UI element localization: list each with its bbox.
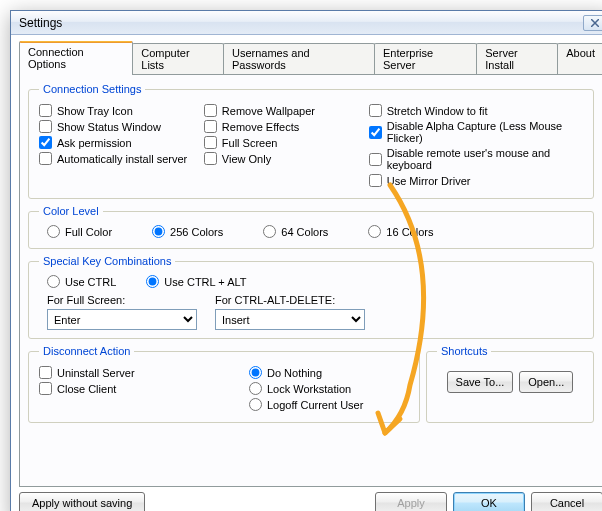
color-level-legend: Color Level <box>39 205 103 217</box>
window-title: Settings <box>19 16 583 30</box>
auto-install-server-checkbox[interactable]: Automatically install server <box>39 152 204 165</box>
settings-window: Settings Connection Options Computer Lis… <box>10 10 602 511</box>
close-icon <box>591 19 599 27</box>
titlebar: Settings <box>11 11 602 35</box>
remove-wallpaper-checkbox[interactable]: Remove Wallpaper <box>204 104 369 117</box>
open-button[interactable]: Open... <box>519 371 573 393</box>
64-colors-radio[interactable]: 64 Colors <box>263 225 328 238</box>
view-only-checkbox[interactable]: View Only <box>204 152 369 165</box>
special-keys-group: Special Key Combinations Use CTRL Use CT… <box>28 255 594 339</box>
shortcuts-legend: Shortcuts <box>437 345 491 357</box>
stretch-window-checkbox[interactable]: Stretch Window to fit <box>369 104 583 117</box>
256-colors-radio[interactable]: 256 Colors <box>152 225 223 238</box>
tab-strip: Connection Options Computer Lists Userna… <box>19 43 602 75</box>
apply-without-saving-button[interactable]: Apply without saving <box>19 492 145 511</box>
remove-effects-checkbox[interactable]: Remove Effects <box>204 120 369 133</box>
use-mirror-driver-checkbox[interactable]: Use Mirror Driver <box>369 174 583 187</box>
ctrl-alt-del-key-label: For CTRL-ALT-DELETE: <box>215 294 365 306</box>
close-button[interactable] <box>583 15 602 31</box>
apply-button[interactable]: Apply <box>375 492 447 511</box>
cancel-button[interactable]: Cancel <box>531 492 602 511</box>
tab-connection-options[interactable]: Connection Options <box>19 41 133 74</box>
tab-panel: Connection Settings Show Tray Icon Show … <box>19 75 602 487</box>
connection-settings-group: Connection Settings Show Tray Icon Show … <box>28 83 594 199</box>
window-content: Connection Options Computer Lists Userna… <box>11 35 602 511</box>
uninstall-server-checkbox[interactable]: Uninstall Server <box>39 366 249 379</box>
disconnect-action-legend: Disconnect Action <box>39 345 134 357</box>
tab-enterprise-server[interactable]: Enterprise Server <box>374 43 477 74</box>
connection-settings-legend: Connection Settings <box>39 83 145 95</box>
save-to-button[interactable]: Save To... <box>447 371 514 393</box>
16-colors-radio[interactable]: 16 Colors <box>368 225 433 238</box>
dialog-footer: Apply without saving Apply OK Cancel <box>19 492 602 511</box>
lock-workstation-radio[interactable]: Lock Workstation <box>249 382 409 395</box>
full-color-radio[interactable]: Full Color <box>47 225 112 238</box>
do-nothing-radio[interactable]: Do Nothing <box>249 366 409 379</box>
ok-button[interactable]: OK <box>453 492 525 511</box>
use-ctrl-alt-radio[interactable]: Use CTRL + ALT <box>146 275 246 288</box>
disconnect-action-group: Disconnect Action Uninstall Server Close… <box>28 345 420 423</box>
show-tray-icon-checkbox[interactable]: Show Tray Icon <box>39 104 204 117</box>
ctrl-alt-del-key-select[interactable]: Insert <box>215 309 365 330</box>
tab-usernames-passwords[interactable]: Usernames and Passwords <box>223 43 375 74</box>
fullscreen-key-select[interactable]: Enter <box>47 309 197 330</box>
show-status-window-checkbox[interactable]: Show Status Window <box>39 120 204 133</box>
tab-computer-lists[interactable]: Computer Lists <box>132 43 224 74</box>
color-level-group: Color Level Full Color 256 Colors 64 Col… <box>28 205 594 249</box>
full-screen-checkbox[interactable]: Full Screen <box>204 136 369 149</box>
fullscreen-key-label: For Full Screen: <box>47 294 197 306</box>
ask-permission-checkbox[interactable]: Ask permission <box>39 136 204 149</box>
special-keys-legend: Special Key Combinations <box>39 255 175 267</box>
tab-about[interactable]: About <box>557 43 602 74</box>
disable-alpha-checkbox[interactable]: Disable Alpha Capture (Less Mouse Flicke… <box>369 120 583 144</box>
close-client-checkbox[interactable]: Close Client <box>39 382 249 395</box>
shortcuts-group: Shortcuts Save To... Open... <box>426 345 594 423</box>
tab-server-install[interactable]: Server Install <box>476 43 558 74</box>
use-ctrl-radio[interactable]: Use CTRL <box>47 275 116 288</box>
disable-remote-input-checkbox[interactable]: Disable remote user's mouse and keyboard <box>369 147 583 171</box>
logoff-user-radio[interactable]: Logoff Current User <box>249 398 409 411</box>
